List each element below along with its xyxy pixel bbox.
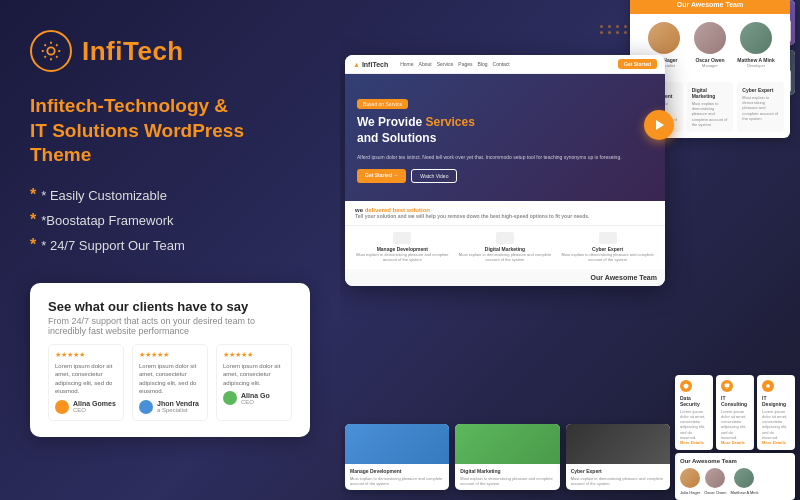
website-team-section: Our Awesome Team — [345, 269, 665, 286]
review-text-3: Lorem ipsum dolor sit amet, consectetur … — [223, 362, 285, 387]
solution-banner: we delivered best solution Tell your sol… — [345, 201, 665, 226]
service-mini-text-3: Must explain to demorsticing pleasure an… — [742, 95, 779, 121]
review-item-3: ★★★★★ Lorem ipsum dolor sit amet, consec… — [216, 344, 292, 421]
main-website-mockup: ▲ InfiTech Home About Service Pages Blog… — [345, 55, 665, 286]
logo-infi: Infi — [82, 36, 123, 66]
hero-badge: Based on Service — [357, 99, 408, 109]
brc-text-3: Lorem ipsum dolor sit amet, consectetur … — [762, 409, 790, 440]
it-designing-icon — [762, 380, 774, 392]
nav-home[interactable]: Home — [400, 61, 413, 67]
nav-cta-button[interactable]: Get Started — [618, 59, 657, 69]
reviewer-role-1: CEO — [73, 407, 116, 413]
review-text-1: Lorem ipsum dolor sit amet, consectetur … — [55, 362, 117, 396]
play-button[interactable] — [644, 110, 674, 140]
manage-card-text: Must explain to demorsticing pleasure an… — [350, 476, 444, 486]
tbm-avatar-1 — [680, 468, 700, 488]
reviewer-1: Alina Gomes CEO — [55, 400, 117, 414]
brc-text-1: Lorem ipsum dolor sit amet, consectetur … — [680, 409, 708, 440]
tbm-name-3: Matthew A Mink — [730, 490, 758, 495]
review-text-2: Lorem ipsum dolor sit amet, consectetur … — [139, 362, 201, 396]
reviewer-info-1: Alina Gomes CEO — [73, 400, 116, 413]
avatar-3 — [223, 391, 237, 405]
ws-cyber-icon — [599, 232, 617, 244]
tbm-3: Matthew A Mink — [730, 468, 758, 495]
features-list: * Easily Customizable *Boostatap Framewo… — [30, 186, 310, 261]
testimonial-reviews: ★★★★★ Lorem ipsum dolor sit amet, consec… — [48, 344, 292, 421]
brc-title-1: Data Security — [680, 395, 708, 407]
service-mini-2: Digital Marketing Must explain to demors… — [687, 82, 734, 132]
hero-title: We Provide Services and Solutions — [357, 115, 653, 146]
svg-rect-2 — [726, 388, 728, 389]
title-line2: IT Solutions WordPress Theme — [30, 120, 244, 166]
reviewer-name-1: Alina Gomes — [73, 400, 116, 407]
team-card-header: Our Awesome Team — [630, 0, 790, 14]
digital-card-title: Digital Marketing — [460, 468, 554, 474]
ws-cyber-text: Must explain to demorsticing pleasure an… — [558, 252, 657, 262]
reviewer-3: Alina Go CEO — [223, 391, 285, 405]
brc-data-security: Data Security Lorem ipsum dolor sit amet… — [675, 375, 713, 450]
testimonial-heading: See what our clients have to say — [48, 299, 292, 314]
nav-contact[interactable]: Contact — [493, 61, 510, 67]
ws-digital-text: Must explain to demorsticing pleasure an… — [456, 252, 555, 262]
stars-1: ★★★★★ — [55, 351, 117, 359]
solution-subtext: Tell your solution and we will help you … — [355, 213, 589, 219]
cyber-card-image — [566, 424, 670, 464]
testimonial-subtext: From 24/7 support that acts on your desi… — [48, 316, 292, 336]
service-mini-title-3: Cyber Expert — [742, 87, 779, 93]
nav-pages[interactable]: Pages — [458, 61, 472, 67]
tbm-avatar-2 — [705, 468, 725, 488]
hero-section: Based on Service We Provide Services and… — [345, 74, 665, 201]
stars-2: ★★★★★ — [139, 351, 201, 359]
cyber-card-title: Cyber Expert — [571, 468, 665, 474]
svg-rect-1 — [725, 383, 730, 387]
team-bottom-members: Julia Hager Oscar Owen Matthew A Mink — [680, 468, 790, 495]
nav-blog[interactable]: Blog — [478, 61, 488, 67]
play-icon — [656, 120, 664, 130]
avatar-2 — [139, 400, 153, 414]
team-member-3: Matthew A Mink Developer — [735, 22, 777, 68]
brc-link-2[interactable]: More Details — [721, 440, 749, 445]
nav-service[interactable]: Service — [437, 61, 454, 67]
digital-card-content: Digital Marketing Must explain to demors… — [455, 464, 559, 490]
bottom-card-digital: Digital Marketing Must explain to demors… — [455, 424, 559, 490]
tbm-2: Oscar Owen — [704, 468, 726, 495]
review-item-2: ★★★★★ Lorem ipsum dolor sit amet, consec… — [132, 344, 208, 421]
team-bottom-title: Our Awesome Team — [680, 458, 790, 464]
right-panel: Our Awesome Team Julia Hager IT Speciali… — [340, 0, 800, 500]
member-avatar-3 — [740, 22, 772, 54]
team-section-title: Our Awesome Team — [353, 274, 657, 281]
ws-cyber: Cyber Expert Must explain to demorsticin… — [558, 232, 657, 262]
hero-description: Alferd ipsum dolor tes ixtinct. Need tel… — [357, 154, 653, 161]
bottom-card-cyber: Cyber Expert Must explain to demorsticin… — [566, 424, 670, 490]
hero-secondary-button[interactable]: Watch Video — [411, 169, 457, 183]
ws-digital-icon — [496, 232, 514, 244]
hero-buttons: Get Started → Watch Video — [357, 169, 653, 183]
team-member-2: Oscar Owen Manager — [689, 22, 731, 68]
brc-row-1: Data Security Lorem ipsum dolor sit amet… — [675, 375, 795, 450]
nav-logo: ▲ InfiTech — [353, 61, 388, 68]
digital-card-text: Must explain to demorsticing pleasure an… — [460, 476, 554, 486]
left-panel: InfiTech Infitech-Technology & IT Soluti… — [0, 0, 340, 500]
hero-primary-button[interactable]: Get Started → — [357, 169, 406, 183]
feature-3: * 24/7 Support Our Team — [30, 236, 310, 254]
reviewer-role-2: a Specialist — [157, 407, 199, 413]
review-item-1: ★★★★★ Lorem ipsum dolor sit amet, consec… — [48, 344, 124, 421]
manage-card-content: Manage Development Must explain to demor… — [345, 464, 449, 490]
brc-link-1[interactable]: More Details — [680, 440, 708, 445]
it-consulting-icon — [721, 380, 733, 392]
reviewer-info-2: Jhon Vendra a Specialist — [157, 400, 199, 413]
logo-tech: Tech — [123, 36, 184, 66]
reviewer-name-3: Alina Go — [241, 392, 270, 399]
service-mini-3: Cyber Expert Must explain to demorsticin… — [737, 82, 784, 132]
ws-manage: Manage Development Must explain to demor… — [353, 232, 452, 262]
reviewer-info-3: Alina Go CEO — [241, 392, 270, 405]
bottom-row-cards: Manage Development Must explain to demor… — [345, 424, 670, 490]
cyber-card-text: Must explain to demorsticing pleasure an… — [571, 476, 665, 486]
member-avatar-2 — [694, 22, 726, 54]
avatar-1 — [55, 400, 69, 414]
tbm-name-2: Oscar Owen — [704, 490, 726, 495]
stars-3: ★★★★★ — [223, 351, 285, 359]
nav-about[interactable]: About — [419, 61, 432, 67]
brc-link-3[interactable]: More Details — [762, 440, 790, 445]
reviewer-name-2: Jhon Vendra — [157, 400, 199, 407]
